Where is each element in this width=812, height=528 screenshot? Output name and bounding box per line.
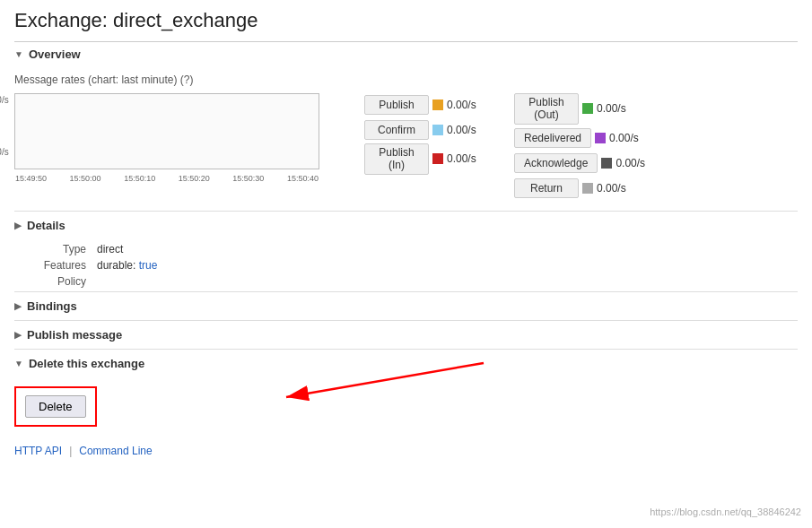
publish-out-value: 0.00/s	[597, 102, 637, 115]
detail-type-label: Type	[23, 243, 86, 255]
overview-label: Overview	[29, 48, 81, 61]
publish-btn[interactable]: Publish	[364, 95, 429, 115]
delete-body: Delete	[14, 381, 798, 427]
redelivered-color	[595, 133, 606, 143]
publish-in-value: 0.00/s	[447, 152, 487, 165]
delete-triangle: ▼	[14, 359, 23, 368]
redelivered-value: 0.00/s	[609, 132, 650, 144]
rate-row-confirm: Confirm 0.00/s	[364, 118, 487, 142]
delete-header[interactable]: ▼ Delete this exchange	[14, 350, 798, 377]
bindings-triangle: ▶	[14, 301, 22, 311]
confirm-btn[interactable]: Confirm	[364, 120, 429, 140]
publish-message-label: Publish message	[27, 328, 122, 342]
bindings-section: ▶ Bindings	[14, 291, 798, 320]
return-value: 0.00/s	[597, 182, 637, 195]
confirm-color	[432, 125, 443, 135]
detail-features-row: Features durable: true	[23, 259, 798, 272]
acknowledge-value: 0.00/s	[616, 157, 656, 169]
detail-type-row: Type direct	[23, 243, 798, 255]
overview-header[interactable]: ▼ Overview	[14, 42, 798, 66]
rate-row-acknowledge: Acknowledge 0.00/s	[514, 151, 656, 175]
chart-y-top: 1.0/s	[0, 95, 9, 105]
chart-container: 1.0/s 0.0/s 15:49:50 15:50:00 15:50:10 1…	[14, 93, 319, 169]
details-body: Type direct Features durable: true Polic…	[23, 243, 798, 288]
acknowledge-color	[601, 158, 612, 169]
rates-legend-right: Publish(Out) 0.00/s Redelivered 0.00/s A…	[514, 93, 656, 200]
details-header[interactable]: ▶ Details	[14, 212, 798, 239]
publish-out-color	[582, 103, 593, 114]
rate-row-return: Return 0.00/s	[514, 177, 656, 200]
publish-message-section: ▶ Publish message	[14, 320, 798, 349]
page-title: Exchange: direct_exchange	[14, 9, 798, 32]
delete-box: Delete	[14, 386, 97, 427]
detail-policy-label: Policy	[23, 275, 86, 288]
details-label: Details	[27, 219, 65, 232]
publish-value: 0.00/s	[447, 99, 487, 111]
delete-label: Delete this exchange	[29, 357, 144, 370]
chart-y-bottom: 0.0/s	[0, 147, 9, 157]
delete-button[interactable]: Delete	[25, 395, 86, 418]
acknowledge-btn[interactable]: Acknowledge	[514, 153, 598, 173]
publish-message-triangle: ▶	[14, 330, 22, 340]
rates-wrapper: 1.0/s 0.0/s 15:49:50 15:50:00 15:50:10 1…	[14, 93, 798, 200]
overview-triangle: ▼	[14, 49, 23, 59]
details-section: ▶ Details Type direct Features durable: …	[14, 211, 798, 288]
chart-x-labels: 15:49:50 15:50:00 15:50:10 15:50:20 15:5…	[15, 174, 319, 183]
http-api-link[interactable]: HTTP API	[14, 445, 62, 457]
rate-row-redelivered: Redelivered 0.00/s	[514, 126, 656, 150]
publish-color	[432, 100, 443, 110]
command-line-link[interactable]: Command Line	[79, 445, 152, 457]
redelivered-btn[interactable]: Redelivered	[514, 128, 591, 148]
rate-row-publish-in: Publish(In) 0.00/s	[364, 143, 487, 175]
publish-out-btn[interactable]: Publish(Out)	[514, 93, 579, 125]
bindings-header[interactable]: ▶ Bindings	[14, 292, 798, 320]
detail-type-value: direct	[97, 243, 123, 255]
overview-body: Message rates (chart: last minute) (?) 1…	[14, 66, 798, 211]
overview-section: ▼ Overview Message rates (chart: last mi…	[14, 41, 798, 211]
footer-separator: |	[69, 445, 72, 457]
rates-legend-left: Publish 0.00/s Confirm 0.00/s Publish(In…	[364, 93, 487, 175]
confirm-value: 0.00/s	[447, 124, 487, 136]
return-btn[interactable]: Return	[514, 178, 579, 198]
publish-in-color	[432, 153, 443, 164]
chart-area: 15:49:50 15:50:00 15:50:10 15:50:20 15:5…	[14, 93, 319, 169]
detail-features-label: Features	[23, 259, 86, 272]
rate-row-publish: Publish 0.00/s	[364, 93, 487, 117]
publish-message-header[interactable]: ▶ Publish message	[14, 321, 798, 349]
message-rates-label: Message rates (chart: last minute) (?)	[14, 74, 798, 86]
rate-row-publish-out: Publish(Out) 0.00/s	[514, 93, 656, 125]
bindings-label: Bindings	[27, 299, 77, 313]
detail-policy-row: Policy	[23, 275, 798, 288]
durable-value: true	[139, 259, 158, 272]
return-color	[582, 183, 593, 194]
publish-in-btn[interactable]: Publish(In)	[364, 143, 429, 175]
detail-features-value: durable: true	[97, 259, 157, 272]
details-triangle: ▶	[14, 221, 22, 230]
footer: HTTP API | Command Line	[14, 445, 798, 457]
delete-section: ▼ Delete this exchange Delete	[14, 349, 798, 427]
